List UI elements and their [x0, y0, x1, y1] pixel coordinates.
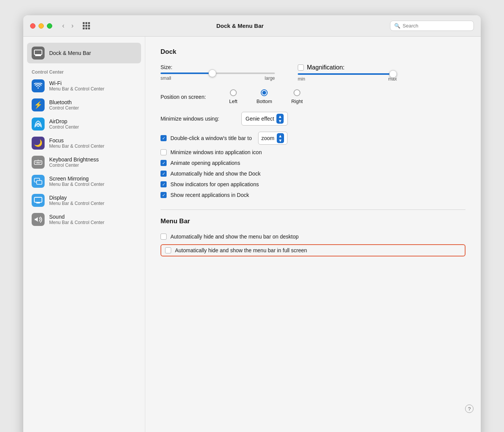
double-click-label: Double-click a window's title bar to	[170, 135, 252, 141]
sidebar-item-display[interactable]: Display Menu Bar & Control Center	[27, 191, 141, 210]
size-min-label: small	[161, 76, 171, 81]
wifi-text: Wi-Fi Menu Bar & Control Center	[49, 80, 104, 92]
wifi-icon	[32, 79, 45, 92]
focus-icon: 🌙	[32, 137, 45, 150]
auto-hide-fullscreen-row[interactable]: Automatically hide and show the menu bar…	[161, 244, 465, 256]
sidebar-item-dock-menu-bar[interactable]: Dock & Menu Bar	[27, 43, 141, 63]
minimize-row: Minimize windows using: Genie effect ▲▼	[161, 112, 465, 126]
show-indicators-checkbox[interactable]	[161, 181, 167, 187]
minimize-dropdown-arrow: ▲▼	[276, 114, 284, 124]
back-button[interactable]: ‹	[60, 21, 67, 31]
screen-text: Screen Mirroring Menu Bar & Control Cent…	[49, 176, 104, 187]
position-bottom[interactable]: Bottom	[257, 89, 272, 104]
content-area: Dock & Menu Bar Control Center Wi-Fi	[23, 37, 481, 432]
show-recent-row[interactable]: Show recent applications in Dock	[161, 192, 465, 198]
position-bottom-radio[interactable]	[261, 89, 268, 96]
size-slider-block: Size: small large	[161, 64, 275, 81]
size-slider[interactable]	[161, 73, 275, 74]
maximize-button[interactable]	[47, 23, 52, 29]
sidebar-item-focus[interactable]: 🌙 Focus Menu Bar & Control Center	[27, 134, 141, 153]
magnification-checkbox[interactable]	[298, 64, 304, 71]
airdrop-sublabel: Control Center	[49, 124, 79, 130]
dock-section: Dock Size: small large	[161, 48, 465, 198]
minimize-app-row[interactable]: Minimize windows into application icon	[161, 149, 465, 155]
minimize-effect-label: Genie effect	[246, 116, 274, 122]
keyboard-icon	[32, 156, 45, 169]
show-recent-label: Show recent applications in Dock	[170, 192, 249, 198]
sidebar-item-keyboard[interactable]: Keyboard Brightness Control Center	[27, 153, 141, 172]
wifi-sublabel: Menu Bar & Control Center	[49, 86, 104, 92]
sliders-row: Size: small large Magnification:	[161, 64, 465, 82]
auto-hide-dock-checkbox[interactable]	[161, 171, 167, 177]
auto-hide-desktop-row[interactable]: Automatically hide and show the menu bar…	[161, 234, 465, 240]
close-button[interactable]	[30, 23, 35, 29]
animate-checkbox[interactable]	[161, 160, 167, 166]
sidebar-item-sound[interactable]: Sound Menu Bar & Control Center	[27, 210, 141, 229]
grid-icon[interactable]	[83, 22, 90, 29]
airdrop-label: AirDrop	[49, 118, 79, 124]
position-label: Position on screen:	[161, 94, 229, 100]
magnify-slider[interactable]	[298, 73, 397, 75]
minimize-app-checkbox[interactable]	[161, 149, 167, 155]
display-text: Display Menu Bar & Control Center	[49, 195, 104, 206]
forward-button[interactable]: ›	[69, 21, 76, 31]
position-right[interactable]: Right	[291, 89, 303, 104]
screen-label: Screen Mirroring	[49, 176, 104, 182]
keyboard-label: Keyboard Brightness	[49, 156, 99, 163]
svg-rect-3	[34, 161, 42, 164]
sidebar-item-wifi[interactable]: Wi-Fi Menu Bar & Control Center	[27, 76, 141, 95]
minimize-app-label: Minimize windows into application icon	[170, 149, 262, 155]
size-slider-labels: small large	[161, 76, 275, 81]
svg-rect-1	[35, 55, 41, 56]
traffic-lights	[30, 23, 52, 29]
sound-sublabel: Menu Bar & Control Center	[49, 220, 104, 225]
display-sublabel: Menu Bar & Control Center	[49, 201, 104, 206]
animate-row[interactable]: Animate opening applications	[161, 160, 465, 166]
position-right-radio[interactable]	[294, 89, 300, 96]
sound-icon	[32, 213, 45, 226]
search-bar[interactable]: 🔍	[390, 21, 474, 31]
double-click-checkbox[interactable]	[161, 135, 167, 141]
search-icon: 🔍	[394, 23, 400, 29]
animate-label: Animate opening applications	[170, 160, 240, 166]
position-bottom-label: Bottom	[257, 98, 272, 104]
main-panel: Dock Size: small large	[145, 37, 481, 432]
help-button[interactable]: ?	[465, 405, 474, 413]
sidebar-item-airdrop[interactable]: AirDrop Control Center	[27, 114, 141, 134]
menu-bar-title: Menu Bar	[161, 218, 465, 225]
wifi-label: Wi-Fi	[49, 80, 104, 86]
minimize-label: Minimize windows using:	[161, 116, 237, 122]
auto-hide-desktop-checkbox[interactable]	[161, 234, 167, 240]
airdrop-text: AirDrop Control Center	[49, 118, 79, 130]
sidebar-selected-label: Dock & Menu Bar	[49, 50, 91, 56]
auto-hide-fullscreen-checkbox[interactable]	[165, 247, 171, 253]
auto-hide-dock-row[interactable]: Automatically hide and show the Dock	[161, 171, 465, 177]
focus-text: Focus Menu Bar & Control Center	[49, 137, 104, 149]
position-right-label: Right	[291, 98, 303, 104]
sidebar-item-screen[interactable]: Screen Mirroring Menu Bar & Control Cent…	[27, 172, 141, 191]
minimize-dropdown[interactable]: Genie effect ▲▼	[241, 112, 288, 126]
dock-menu-bar-icon	[32, 47, 45, 60]
position-left[interactable]: Left	[229, 89, 238, 104]
sidebar-item-bluetooth[interactable]: ⚡ Bluetooth Control Center	[27, 95, 141, 114]
sound-label: Sound	[49, 214, 104, 220]
double-click-action: zoom	[262, 135, 274, 141]
position-left-radio[interactable]	[230, 89, 237, 96]
auto-hide-desktop-label: Automatically hide and show the menu bar…	[170, 234, 299, 240]
size-max-label: large	[265, 76, 275, 81]
show-indicators-label: Show indicators for open applications	[170, 181, 259, 187]
show-indicators-row[interactable]: Show indicators for open applications	[161, 181, 465, 187]
show-recent-checkbox[interactable]	[161, 192, 167, 198]
double-click-arrow: ▲▼	[277, 133, 284, 143]
title-bar: ‹ › Dock & Menu Bar 🔍	[23, 15, 481, 37]
search-input[interactable]	[403, 23, 470, 29]
position-radio-group: Left Bottom Right	[229, 89, 303, 104]
minimize-button[interactable]	[39, 23, 44, 29]
sound-text: Sound Menu Bar & Control Center	[49, 214, 104, 225]
double-click-dropdown[interactable]: zoom ▲▼	[258, 132, 287, 145]
svg-rect-11	[37, 181, 42, 184]
section-divider	[161, 210, 465, 210]
svg-point-2	[37, 124, 39, 126]
focus-label: Focus	[49, 137, 104, 143]
double-click-row[interactable]: Double-click a window's title bar to zoo…	[161, 132, 465, 145]
